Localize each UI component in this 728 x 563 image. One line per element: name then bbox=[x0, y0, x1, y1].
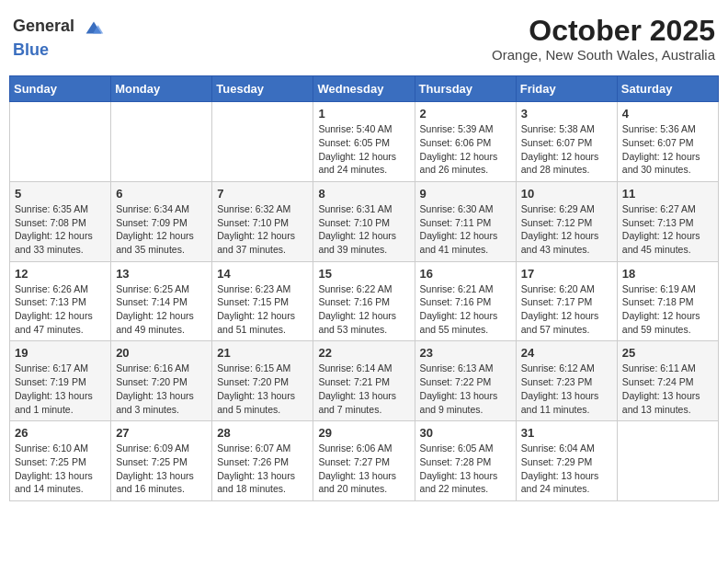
cell-text-line: and 3 minutes. bbox=[116, 403, 207, 417]
cell-text-line: and 1 minute. bbox=[15, 403, 106, 417]
cell-text-line: Sunrise: 5:38 AM bbox=[521, 122, 612, 136]
weekday-header-wednesday: Wednesday bbox=[313, 76, 415, 102]
day-number: 9 bbox=[420, 187, 511, 201]
cell-text-line: Sunset: 7:25 PM bbox=[116, 455, 207, 469]
cell-text-line: Sunset: 7:20 PM bbox=[217, 375, 308, 389]
cell-text-line: Sunrise: 6:26 AM bbox=[15, 282, 106, 296]
cell-text-line: Daylight: 12 hours bbox=[622, 229, 713, 243]
calendar-cell: 14Sunrise: 6:23 AMSunset: 7:15 PMDayligh… bbox=[212, 261, 313, 341]
day-number: 31 bbox=[521, 426, 612, 440]
cell-text-line: Sunset: 6:07 PM bbox=[622, 136, 713, 150]
day-number: 21 bbox=[217, 346, 308, 360]
day-number: 12 bbox=[15, 267, 106, 281]
cell-text-line: Sunrise: 6:34 AM bbox=[116, 202, 207, 216]
calendar-cell: 2Sunrise: 5:39 AMSunset: 6:06 PMDaylight… bbox=[415, 102, 516, 182]
cell-text-line: Daylight: 12 hours bbox=[622, 150, 713, 164]
cell-text-line: Daylight: 12 hours bbox=[318, 150, 409, 164]
calendar-cell: 21Sunrise: 6:15 AMSunset: 7:20 PMDayligh… bbox=[212, 341, 313, 421]
calendar-cell: 6Sunrise: 6:34 AMSunset: 7:09 PMDaylight… bbox=[111, 181, 212, 261]
calendar-cell: 7Sunrise: 6:32 AMSunset: 7:10 PMDaylight… bbox=[212, 181, 313, 261]
title-block: October 2025 Orange, New South Wales, Au… bbox=[492, 15, 715, 63]
cell-text-line: Daylight: 12 hours bbox=[318, 229, 409, 243]
weekday-header-sunday: Sunday bbox=[10, 76, 111, 102]
cell-text-line: Sunset: 7:28 PM bbox=[420, 455, 511, 469]
cell-text-line: Sunset: 7:13 PM bbox=[15, 295, 106, 309]
weekday-header-monday: Monday bbox=[111, 76, 212, 102]
cell-text-line: Daylight: 12 hours bbox=[420, 229, 511, 243]
cell-text-line: Daylight: 13 hours bbox=[116, 389, 207, 403]
calendar-cell bbox=[212, 102, 313, 182]
cell-text-line: Daylight: 13 hours bbox=[420, 389, 511, 403]
month-title: October 2025 bbox=[492, 15, 715, 47]
calendar-cell: 4Sunrise: 5:36 AMSunset: 6:07 PMDaylight… bbox=[617, 102, 718, 182]
cell-text-line: Sunset: 7:14 PM bbox=[116, 295, 207, 309]
day-number: 24 bbox=[521, 346, 612, 360]
location-title: Orange, New South Wales, Australia bbox=[492, 47, 715, 63]
cell-text-line: Sunset: 7:10 PM bbox=[217, 216, 308, 230]
cell-text-line: Daylight: 12 hours bbox=[521, 309, 612, 323]
calendar-cell bbox=[617, 421, 718, 501]
cell-text-line: Daylight: 13 hours bbox=[15, 469, 106, 483]
cell-text-line: Sunrise: 6:35 AM bbox=[15, 202, 106, 216]
cell-text-line: Sunrise: 6:15 AM bbox=[217, 362, 308, 375]
calendar-cell: 24Sunrise: 6:12 AMSunset: 7:23 PMDayligh… bbox=[516, 341, 617, 421]
cell-text-line: Sunrise: 6:13 AM bbox=[420, 362, 511, 375]
cell-text-line: Sunset: 7:21 PM bbox=[318, 375, 409, 389]
cell-text-line: Sunrise: 6:17 AM bbox=[15, 362, 106, 375]
day-number: 1 bbox=[318, 107, 409, 121]
calendar-cell: 15Sunrise: 6:22 AMSunset: 7:16 PMDayligh… bbox=[313, 261, 415, 341]
day-number: 30 bbox=[420, 426, 511, 440]
cell-text-line: Sunrise: 6:22 AM bbox=[318, 282, 409, 296]
cell-text-line: Sunset: 7:17 PM bbox=[521, 295, 612, 309]
calendar-cell: 29Sunrise: 6:06 AMSunset: 7:27 PMDayligh… bbox=[313, 421, 415, 501]
cell-text-line: Sunset: 7:29 PM bbox=[521, 455, 612, 469]
cell-text-line: and 24 minutes. bbox=[318, 163, 409, 177]
calendar-cell: 17Sunrise: 6:20 AMSunset: 7:17 PMDayligh… bbox=[516, 261, 617, 341]
cell-text-line: Sunrise: 6:06 AM bbox=[318, 442, 409, 455]
cell-text-line: Sunset: 7:13 PM bbox=[622, 216, 713, 230]
cell-text-line: and 18 minutes. bbox=[217, 482, 308, 496]
calendar-cell: 10Sunrise: 6:29 AMSunset: 7:12 PMDayligh… bbox=[516, 181, 617, 261]
cell-text-line: and 5 minutes. bbox=[217, 403, 308, 417]
cell-text-line: and 20 minutes. bbox=[318, 482, 409, 496]
cell-text-line: Sunrise: 6:12 AM bbox=[521, 362, 612, 375]
cell-text-line: and 57 minutes. bbox=[521, 323, 612, 337]
cell-text-line: Sunset: 7:15 PM bbox=[217, 295, 308, 309]
cell-text-line: Sunset: 7:16 PM bbox=[420, 295, 511, 309]
calendar-week-1: 1Sunrise: 5:40 AMSunset: 6:05 PMDaylight… bbox=[10, 102, 719, 182]
calendar-week-3: 12Sunrise: 6:26 AMSunset: 7:13 PMDayligh… bbox=[10, 261, 719, 341]
cell-text-line: and 51 minutes. bbox=[217, 323, 308, 337]
calendar-cell bbox=[10, 102, 111, 182]
cell-text-line: Sunrise: 6:31 AM bbox=[318, 202, 409, 216]
cell-text-line: Sunset: 7:10 PM bbox=[318, 216, 409, 230]
cell-text-line: Daylight: 13 hours bbox=[420, 469, 511, 483]
cell-text-line: Sunset: 7:19 PM bbox=[15, 375, 106, 389]
logo-icon bbox=[81, 15, 107, 40]
cell-text-line: Sunset: 7:18 PM bbox=[622, 295, 713, 309]
cell-text-line: and 13 minutes. bbox=[622, 403, 713, 417]
day-number: 15 bbox=[318, 267, 409, 281]
calendar-cell: 12Sunrise: 6:26 AMSunset: 7:13 PMDayligh… bbox=[10, 261, 111, 341]
cell-text-line: Daylight: 13 hours bbox=[521, 469, 612, 483]
cell-text-line: and 28 minutes. bbox=[521, 163, 612, 177]
day-number: 18 bbox=[622, 267, 713, 281]
cell-text-line: Sunrise: 5:39 AM bbox=[420, 122, 511, 136]
cell-text-line: Daylight: 13 hours bbox=[116, 469, 207, 483]
day-number: 27 bbox=[116, 426, 207, 440]
calendar-cell: 8Sunrise: 6:31 AMSunset: 7:10 PMDaylight… bbox=[313, 181, 415, 261]
cell-text-line: Sunset: 7:11 PM bbox=[420, 216, 511, 230]
cell-text-line: Sunset: 7:08 PM bbox=[15, 216, 106, 230]
cell-text-line: Sunrise: 6:19 AM bbox=[622, 282, 713, 296]
cell-text-line: Sunset: 6:06 PM bbox=[420, 136, 511, 150]
calendar-table: SundayMondayTuesdayWednesdayThursdayFrid… bbox=[9, 75, 719, 501]
cell-text-line: and 41 minutes. bbox=[420, 243, 511, 257]
cell-text-line: Sunset: 7:26 PM bbox=[217, 455, 308, 469]
calendar-cell: 5Sunrise: 6:35 AMSunset: 7:08 PMDaylight… bbox=[10, 181, 111, 261]
cell-text-line: Sunrise: 6:14 AM bbox=[318, 362, 409, 375]
cell-text-line: and 30 minutes. bbox=[622, 163, 713, 177]
cell-text-line: Sunset: 7:09 PM bbox=[116, 216, 207, 230]
cell-text-line: Sunrise: 6:05 AM bbox=[420, 442, 511, 455]
calendar-cell: 1Sunrise: 5:40 AMSunset: 6:05 PMDaylight… bbox=[313, 102, 415, 182]
cell-text-line: Sunrise: 6:20 AM bbox=[521, 282, 612, 296]
cell-text-line: Sunrise: 6:11 AM bbox=[622, 362, 713, 375]
